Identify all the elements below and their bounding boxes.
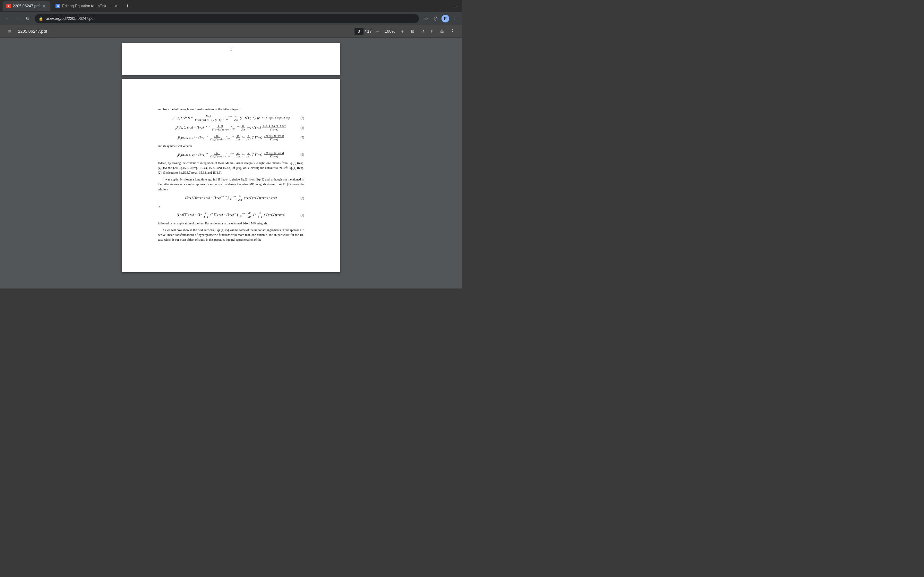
pdf-page-input[interactable] <box>355 28 363 35</box>
pdf-fit-button[interactable]: ⊡ <box>408 27 417 36</box>
new-tab-button[interactable]: + <box>124 2 131 10</box>
pdf-toolbar-right: ⬇ 🖶 ⋮ <box>427 27 457 36</box>
eq3-content: 2F1(a, b; c; z) = (1−z)c−a−b Γ(c)Γ(c−b)Γ… <box>175 124 287 131</box>
intro-text: and from the following linear transforma… <box>158 107 304 112</box>
refresh-button[interactable]: ↻ <box>23 14 32 23</box>
eq4-label: (4) <box>300 135 304 140</box>
para4-text: As we will now show in the next sections… <box>158 228 304 242</box>
lock-icon: 🔒 <box>39 16 43 21</box>
address-bar[interactable]: 🔒 arxiv.org/pdf/2205.06247.pdf <box>35 14 419 23</box>
symmetrical-text: and its symmetrical version <box>158 144 304 149</box>
pdf-tab-close[interactable]: ✕ <box>41 3 47 9</box>
profile-avatar: P <box>441 15 449 23</box>
pdf-page-1: 1 <box>122 43 340 75</box>
browser-chrome: A 2205.06247.pdf ✕ M Editing Equation to… <box>0 0 462 38</box>
latex-tab-close[interactable]: ✕ <box>113 3 118 9</box>
pdf-page-separator: / <box>365 29 366 34</box>
equation-2: 2F1(a, b; c; z) = Γ(c)Γ(a)Γ(b)Γ(c−a)Γ(c−… <box>158 114 304 122</box>
para2-text: It was explicitly shown a long time ago … <box>158 177 304 192</box>
tab-dropdown-button[interactable]: ⌄ <box>452 2 459 10</box>
pdf-print-button[interactable]: 🖶 <box>438 27 447 36</box>
para2-content: It was explicitly shown a long time ago … <box>158 177 304 191</box>
para3-text: followed by an application of the first … <box>158 221 304 226</box>
menu-button[interactable]: ⋮ <box>451 14 459 23</box>
pdf-page-2: and from the following linear transforma… <box>122 79 340 272</box>
pdf-zoom-out-button[interactable]: − <box>373 27 382 36</box>
pdf-toolbar: ≡ 2205.06247.pdf / 17 − 100% + ⊡ ↺ ⬇ 🖶 ⋮ <box>0 25 462 38</box>
pdf-title: 2205.06247.pdf <box>18 29 355 34</box>
nav-bar: ← → ↻ 🔒 arxiv.org/pdf/2205.06247.pdf ☆ ⬡… <box>0 12 462 25</box>
pdf-tab-title: 2205.06247.pdf <box>13 4 39 8</box>
eq7-content: (1−z)sΓ(a+s) = (1−zz−1)−s Γ(a+s) = (1−z)… <box>177 211 285 219</box>
eq7-label: (7) <box>300 213 304 218</box>
page-number-1: 1 <box>122 43 340 54</box>
eq5-label: (5) <box>300 153 304 157</box>
eq2-label: (2) <box>300 116 304 120</box>
extension-button[interactable]: ⬡ <box>431 14 440 23</box>
tab-pdf[interactable]: A 2205.06247.pdf ✕ <box>3 1 50 11</box>
tab-latex[interactable]: M Editing Equation to LaTeX - Sn… ✕ <box>52 1 122 11</box>
nav-actions: ☆ ⬡ P ⋮ <box>422 14 459 23</box>
eq6-label: (6) <box>300 196 304 200</box>
pdf-page-total: 17 <box>367 29 372 34</box>
latex-tab-icon: M <box>55 4 60 8</box>
pdf-rotate-button[interactable]: ↺ <box>418 27 427 36</box>
equation-4: 2F1(a, b; c; z) = (1−z)−a Γ(c)Γ(a)Γ(c−b)… <box>158 134 304 141</box>
equation-6: (1−z)sΓ(c−a−b−s) = (1−z)c−a−b ∫−i∞+i∞ dt… <box>158 194 304 201</box>
or-text: or <box>158 204 304 209</box>
pdf-controls: / 17 − 100% + ⊡ ↺ <box>355 27 427 36</box>
url-text: arxiv.org/pdf/2205.06247.pdf <box>46 16 415 21</box>
tab-bar: A 2205.06247.pdf ✕ M Editing Equation to… <box>0 0 462 12</box>
pdf-zoom-level: 100% <box>384 29 395 34</box>
eq5-content: 2F1(a, b; c; z) = (1−z)−b Γ(c)Γ(b)Γ(c−a)… <box>177 151 285 159</box>
eq4-content: 2F1(a, b; c; z) = (1−z)−a Γ(c)Γ(a)Γ(c−b)… <box>177 134 285 141</box>
pdf-tab-icon: A <box>6 4 11 8</box>
pdf-zoom-in-button[interactable]: + <box>398 27 407 36</box>
pdf-viewer[interactable]: 1 and from the following linear transfor… <box>0 38 462 288</box>
pdf-more-button[interactable]: ⋮ <box>448 27 457 36</box>
equation-7: (1−z)sΓ(a+s) = (1−zz−1)−s Γ(a+s) = (1−z)… <box>158 211 304 219</box>
eq6-content: (1−z)sΓ(c−a−b−s) = (1−z)c−a−b ∫−i∞+i∞ dt… <box>186 194 277 201</box>
bookmark-button[interactable]: ☆ <box>422 14 431 23</box>
forward-button[interactable]: → <box>13 14 22 23</box>
pdf-menu-button[interactable]: ≡ <box>5 27 14 36</box>
profile-button[interactable]: P <box>441 14 450 23</box>
eq2-content: 2F1(a, b; c; z) = Γ(c)Γ(a)Γ(b)Γ(c−a)Γ(c−… <box>172 114 289 122</box>
eq3-label: (3) <box>300 126 304 130</box>
para1-text: Indeed, by closing the contour of integr… <box>158 161 304 175</box>
pdf-download-button[interactable]: ⬇ <box>427 27 436 36</box>
pdf-page-info: / 17 <box>355 28 372 35</box>
equation-3: 2F1(a, b; c; z) = (1−z)c−a−b Γ(c)Γ(c−b)Γ… <box>158 124 304 131</box>
superscript-2: 2 <box>168 187 170 189</box>
equation-5: 2F1(a, b; c; z) = (1−z)−b Γ(c)Γ(b)Γ(c−a)… <box>158 151 304 159</box>
latex-tab-title: Editing Equation to LaTeX - Sn… <box>62 4 111 8</box>
back-button[interactable]: ← <box>3 14 11 23</box>
pdf-pages-area: 1 and from the following linear transfor… <box>122 43 340 284</box>
page-content: and from the following linear transforma… <box>140 94 322 257</box>
